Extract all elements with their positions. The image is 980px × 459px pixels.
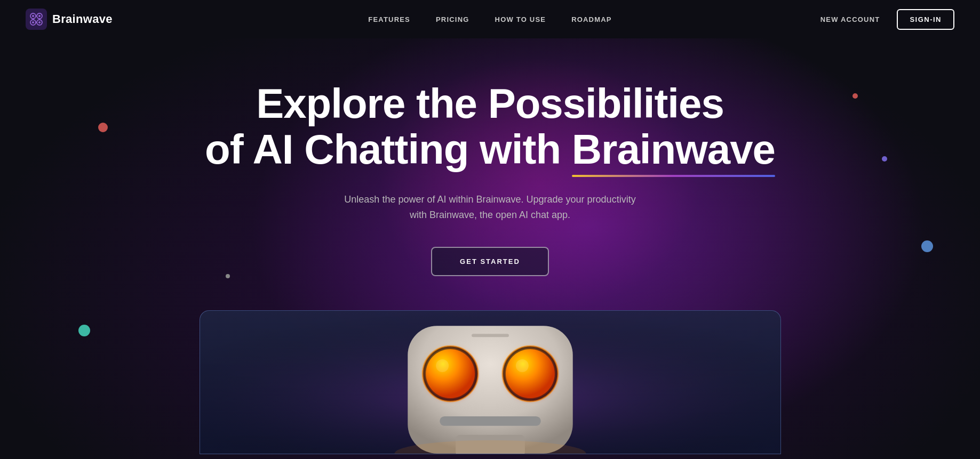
nav-item-features[interactable]: FEATURES: [368, 14, 410, 24]
hero-brand-name: Brainwave: [572, 127, 775, 173]
svg-point-11: [32, 21, 34, 23]
nav-link-features[interactable]: FEATURES: [368, 15, 410, 23]
svg-point-9: [32, 15, 34, 17]
svg-rect-0: [26, 9, 47, 30]
hero-screen: [200, 310, 781, 454]
orb-teal: [78, 325, 90, 336]
logo-text: Brainwave: [52, 12, 113, 26]
logo-link[interactable]: Brainwave: [26, 9, 113, 30]
nav-item-how-to-use[interactable]: HOW TO USE: [495, 14, 546, 24]
nav-link-roadmap[interactable]: ROADMAP: [571, 15, 612, 23]
robot-illustration: [200, 310, 780, 454]
svg-point-10: [38, 15, 41, 17]
hero-image-container: [200, 310, 781, 454]
nav-links: FEATURES PRICING HOW TO USE ROADMAP: [368, 14, 611, 24]
hero-section: Explore the Possibilities of AI Chatting…: [0, 38, 980, 459]
hero-subtitle: Unleash the power of AI within Brainwave…: [341, 192, 640, 223]
svg-point-20: [426, 349, 475, 398]
sign-in-button[interactable]: SIGN-IN: [897, 9, 954, 30]
svg-point-12: [38, 21, 41, 23]
hero-content: Explore the Possibilities of AI Chatting…: [205, 38, 775, 276]
hero-title-line1: Explore the Possibilities: [256, 80, 724, 127]
hero-title: Explore the Possibilities of AI Chatting…: [205, 81, 775, 173]
svg-point-21: [505, 349, 554, 398]
logo-icon: [26, 9, 47, 30]
svg-rect-24: [472, 334, 509, 337]
nav-item-pricing[interactable]: PRICING: [436, 14, 469, 24]
orb-red-top-right: [852, 93, 858, 99]
svg-point-23: [515, 359, 528, 372]
get-started-button[interactable]: GET STARTED: [431, 247, 549, 276]
svg-rect-25: [440, 416, 541, 426]
orb-red: [98, 123, 108, 132]
nav-actions: NEW ACCOUNT SIGN-IN: [820, 9, 954, 30]
hero-title-line2-prefix: of AI Chatting with: [205, 126, 572, 173]
new-account-link[interactable]: NEW ACCOUNT: [820, 15, 880, 23]
orb-blue-right: [921, 240, 933, 252]
nav-item-roadmap[interactable]: ROADMAP: [571, 14, 612, 24]
navbar: Brainwave FEATURES PRICING HOW TO USE RO…: [0, 0, 980, 38]
nav-link-how-to-use[interactable]: HOW TO USE: [495, 15, 546, 23]
svg-point-22: [436, 359, 449, 372]
nav-link-pricing[interactable]: PRICING: [436, 15, 469, 23]
hero-cta: GET STARTED: [431, 247, 549, 276]
